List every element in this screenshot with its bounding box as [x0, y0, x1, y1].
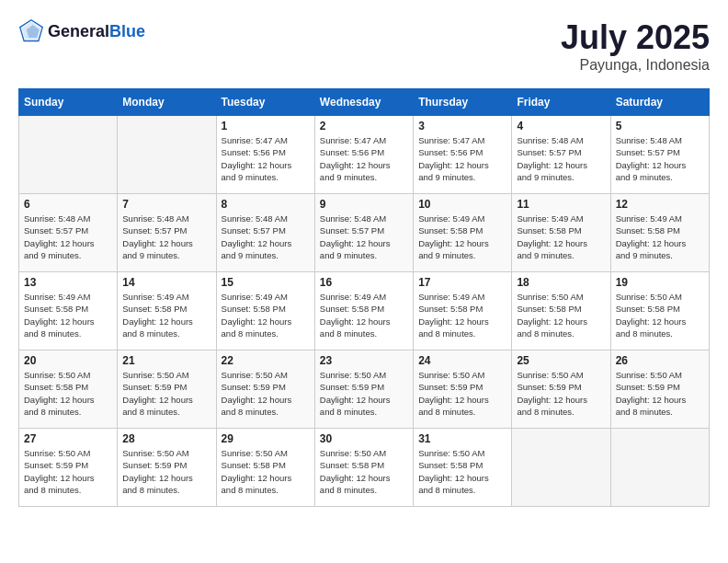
calendar-week-3: 13Sunrise: 5:49 AM Sunset: 5:58 PM Dayli… [19, 272, 710, 350]
cell-info: Sunrise: 5:50 AM Sunset: 5:58 PM Dayligh… [418, 447, 506, 496]
day-number: 16 [320, 276, 408, 289]
calendar-cell: 24Sunrise: 5:50 AM Sunset: 5:59 PM Dayli… [414, 350, 512, 429]
cell-info: Sunrise: 5:50 AM Sunset: 5:59 PM Dayligh… [222, 369, 310, 418]
cell-info: Sunrise: 5:50 AM Sunset: 5:59 PM Dayligh… [616, 369, 704, 418]
day-number: 18 [517, 276, 605, 289]
calendar-cell [512, 429, 610, 507]
day-number: 10 [418, 198, 506, 211]
page-header: GeneralBlue July 2025 Payunga, Indonesia [18, 18, 710, 74]
cell-info: Sunrise: 5:48 AM Sunset: 5:57 PM Dayligh… [222, 213, 310, 261]
day-number: 13 [24, 276, 112, 289]
cell-info: Sunrise: 5:49 AM Sunset: 5:58 PM Dayligh… [517, 213, 605, 261]
calendar-cell [610, 429, 709, 507]
day-number: 21 [122, 354, 210, 367]
day-number: 6 [24, 198, 112, 211]
calendar-header: SundayMondayTuesdayWednesdayThursdayFrid… [19, 89, 710, 116]
cell-info: Sunrise: 5:50 AM Sunset: 5:59 PM Dayligh… [418, 369, 506, 418]
day-number: 26 [616, 354, 704, 367]
calendar-cell: 7Sunrise: 5:48 AM Sunset: 5:57 PM Daylig… [118, 194, 216, 272]
day-number: 23 [320, 354, 408, 367]
cell-info: Sunrise: 5:48 AM Sunset: 5:57 PM Dayligh… [517, 134, 605, 183]
day-number: 15 [222, 276, 310, 289]
calendar-cell: 4Sunrise: 5:48 AM Sunset: 5:57 PM Daylig… [512, 116, 610, 194]
calendar-cell: 23Sunrise: 5:50 AM Sunset: 5:59 PM Dayli… [314, 350, 413, 429]
weekday-header-saturday: Saturday [610, 89, 709, 116]
day-number: 28 [122, 432, 210, 445]
calendar-cell: 28Sunrise: 5:50 AM Sunset: 5:59 PM Dayli… [118, 429, 216, 507]
cell-info: Sunrise: 5:47 AM Sunset: 5:56 PM Dayligh… [320, 134, 408, 183]
calendar-week-4: 20Sunrise: 5:50 AM Sunset: 5:58 PM Dayli… [19, 350, 710, 429]
cell-info: Sunrise: 5:47 AM Sunset: 5:56 PM Dayligh… [418, 134, 506, 183]
calendar-cell: 3Sunrise: 5:47 AM Sunset: 5:56 PM Daylig… [414, 116, 512, 194]
cell-info: Sunrise: 5:49 AM Sunset: 5:58 PM Dayligh… [418, 291, 506, 339]
cell-info: Sunrise: 5:50 AM Sunset: 5:58 PM Dayligh… [616, 291, 704, 339]
logo-general: General [48, 22, 109, 40]
cell-info: Sunrise: 5:50 AM Sunset: 5:58 PM Dayligh… [320, 447, 408, 496]
day-number: 30 [320, 432, 408, 445]
day-number: 12 [616, 198, 704, 211]
calendar-cell: 20Sunrise: 5:50 AM Sunset: 5:58 PM Dayli… [19, 350, 118, 429]
calendar-cell: 16Sunrise: 5:49 AM Sunset: 5:58 PM Dayli… [314, 272, 413, 350]
logo: GeneralBlue [18, 18, 145, 44]
cell-info: Sunrise: 5:47 AM Sunset: 5:56 PM Dayligh… [222, 134, 310, 183]
cell-info: Sunrise: 5:49 AM Sunset: 5:58 PM Dayligh… [418, 213, 506, 261]
calendar-cell: 11Sunrise: 5:49 AM Sunset: 5:58 PM Dayli… [512, 194, 610, 272]
calendar-week-2: 6Sunrise: 5:48 AM Sunset: 5:57 PM Daylig… [19, 194, 710, 272]
day-number: 7 [122, 198, 210, 211]
day-number: 31 [418, 432, 506, 445]
calendar-cell: 12Sunrise: 5:49 AM Sunset: 5:58 PM Dayli… [610, 194, 709, 272]
location: Payunga, Indonesia [561, 57, 710, 74]
calendar-cell [19, 116, 118, 194]
cell-info: Sunrise: 5:50 AM Sunset: 5:59 PM Dayligh… [122, 447, 210, 496]
day-number: 11 [517, 198, 605, 211]
cell-info: Sunrise: 5:50 AM Sunset: 5:58 PM Dayligh… [222, 447, 310, 496]
cell-info: Sunrise: 5:50 AM Sunset: 5:59 PM Dayligh… [122, 369, 210, 418]
day-number: 19 [616, 276, 704, 289]
cell-info: Sunrise: 5:49 AM Sunset: 5:58 PM Dayligh… [320, 291, 408, 339]
calendar-cell: 19Sunrise: 5:50 AM Sunset: 5:58 PM Dayli… [610, 272, 709, 350]
cell-info: Sunrise: 5:48 AM Sunset: 5:57 PM Dayligh… [122, 213, 210, 261]
calendar-cell: 31Sunrise: 5:50 AM Sunset: 5:58 PM Dayli… [414, 429, 512, 507]
day-number: 20 [24, 354, 112, 367]
calendar-cell: 21Sunrise: 5:50 AM Sunset: 5:59 PM Dayli… [118, 350, 216, 429]
day-number: 29 [222, 432, 310, 445]
logo-icon [18, 18, 44, 44]
day-number: 2 [320, 120, 408, 132]
cell-info: Sunrise: 5:48 AM Sunset: 5:57 PM Dayligh… [616, 134, 704, 183]
weekday-row: SundayMondayTuesdayWednesdayThursdayFrid… [19, 89, 710, 116]
weekday-header-friday: Friday [512, 89, 610, 116]
calendar-body: 1Sunrise: 5:47 AM Sunset: 5:56 PM Daylig… [19, 116, 710, 507]
calendar-week-1: 1Sunrise: 5:47 AM Sunset: 5:56 PM Daylig… [19, 116, 710, 194]
calendar-cell: 13Sunrise: 5:49 AM Sunset: 5:58 PM Dayli… [19, 272, 118, 350]
logo-blue: Blue [109, 22, 145, 40]
logo-text: GeneralBlue [48, 22, 145, 41]
cell-info: Sunrise: 5:48 AM Sunset: 5:57 PM Dayligh… [24, 213, 112, 261]
day-number: 22 [222, 354, 310, 367]
calendar-cell: 30Sunrise: 5:50 AM Sunset: 5:58 PM Dayli… [314, 429, 413, 507]
calendar-cell: 8Sunrise: 5:48 AM Sunset: 5:57 PM Daylig… [216, 194, 314, 272]
month-title: July 2025 [561, 18, 710, 57]
calendar-cell: 10Sunrise: 5:49 AM Sunset: 5:58 PM Dayli… [414, 194, 512, 272]
calendar-cell: 9Sunrise: 5:48 AM Sunset: 5:57 PM Daylig… [314, 194, 413, 272]
cell-info: Sunrise: 5:49 AM Sunset: 5:58 PM Dayligh… [24, 291, 112, 339]
cell-info: Sunrise: 5:49 AM Sunset: 5:58 PM Dayligh… [616, 213, 704, 261]
calendar-cell: 22Sunrise: 5:50 AM Sunset: 5:59 PM Dayli… [216, 350, 314, 429]
calendar-cell: 27Sunrise: 5:50 AM Sunset: 5:59 PM Dayli… [19, 429, 118, 507]
weekday-header-thursday: Thursday [414, 89, 512, 116]
calendar-cell [118, 116, 216, 194]
cell-info: Sunrise: 5:50 AM Sunset: 5:59 PM Dayligh… [320, 369, 408, 418]
day-number: 9 [320, 198, 408, 211]
calendar-cell: 25Sunrise: 5:50 AM Sunset: 5:59 PM Dayli… [512, 350, 610, 429]
cell-info: Sunrise: 5:48 AM Sunset: 5:57 PM Dayligh… [320, 213, 408, 261]
calendar-table: SundayMondayTuesdayWednesdayThursdayFrid… [18, 88, 710, 507]
cell-info: Sunrise: 5:50 AM Sunset: 5:59 PM Dayligh… [24, 447, 112, 496]
title-block: July 2025 Payunga, Indonesia [561, 18, 710, 74]
weekday-header-wednesday: Wednesday [314, 89, 413, 116]
day-number: 14 [122, 276, 210, 289]
calendar-cell: 18Sunrise: 5:50 AM Sunset: 5:58 PM Dayli… [512, 272, 610, 350]
calendar-cell: 6Sunrise: 5:48 AM Sunset: 5:57 PM Daylig… [19, 194, 118, 272]
calendar-cell: 29Sunrise: 5:50 AM Sunset: 5:58 PM Dayli… [216, 429, 314, 507]
calendar-week-5: 27Sunrise: 5:50 AM Sunset: 5:59 PM Dayli… [19, 429, 710, 507]
day-number: 24 [418, 354, 506, 367]
day-number: 25 [517, 354, 605, 367]
